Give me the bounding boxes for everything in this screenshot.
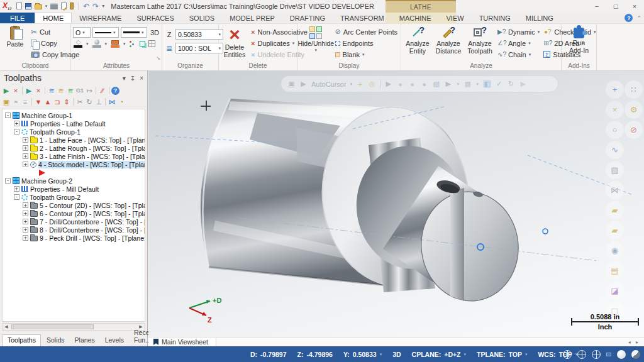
trim-icon[interactable]: ✂ <box>75 97 84 106</box>
tree-expander[interactable]: + <box>23 153 28 159</box>
stock-display-icon[interactable]: ◔ <box>117 97 126 106</box>
disable-button[interactable]: ⊘ <box>625 121 643 139</box>
select-solid-icon[interactable]: ▶ <box>444 80 452 88</box>
plane-select-icon[interactable]: ◧ <box>483 80 491 88</box>
panel-tab[interactable]: Solids <box>42 335 69 346</box>
tree-expander[interactable]: + <box>23 227 28 233</box>
autocursor-caret-icon[interactable]: ▾ <box>350 82 353 87</box>
redo-icon[interactable]: ↷ <box>92 3 99 10</box>
point-style-combo[interactable]: O▾ <box>73 27 91 38</box>
ribbon-tab[interactable]: TURNING <box>472 13 518 23</box>
tree-expander[interactable]: + <box>23 145 28 151</box>
analyze-distance-button[interactable]: ? Analyze Distance <box>433 25 464 62</box>
autocursor-label[interactable]: AutoCursor <box>311 80 347 88</box>
tree-expander[interactable]: + <box>23 211 28 216</box>
settings-button[interactable]: ⚙ <box>625 101 643 119</box>
grid-select-icon[interactable]: ▦ <box>464 80 472 88</box>
mirror-button[interactable]: ⋈ <box>606 181 624 199</box>
status-field[interactable]: Y: 0.50833 ▾ <box>343 351 382 358</box>
undo-icon[interactable]: ↶ <box>83 3 89 10</box>
selection-icon[interactable]: ▾ <box>475 82 479 87</box>
tree-item[interactable]: + 2 - Lathe Rough - [WCS: Top] - [Tplane… <box>3 144 145 152</box>
wireframe-shaded-globe-icon[interactable] <box>592 350 601 359</box>
tree-expander[interactable]: - <box>14 194 19 200</box>
3d-toggle[interactable]: 3D <box>150 29 159 36</box>
analyze-toolpath-button[interactable]: ? Analyze Toolpath <box>465 25 495 62</box>
qat-customize-icon[interactable]: ▾ <box>102 3 104 10</box>
sphere-select-icon[interactable]: ● <box>396 80 404 88</box>
close-button[interactable]: × <box>625 0 644 13</box>
line-width-combo[interactable]: ▾ <box>121 27 147 38</box>
tree-expander[interactable]: + <box>23 219 28 224</box>
restore-button[interactable]: □ <box>606 0 625 13</box>
cube-button[interactable]: ▧ <box>606 161 624 179</box>
unselect-all-icon[interactable]: × <box>11 86 20 95</box>
backplot-icon[interactable]: ↦ <box>85 86 94 95</box>
tree-expander[interactable]: + <box>23 137 28 143</box>
tree-item[interactable]: - Toolpath Group-2 <box>3 193 145 201</box>
g1-code-icon[interactable]: G1 <box>75 86 84 95</box>
tree-expander[interactable]: - <box>14 129 19 134</box>
regenerate-selected-icon[interactable]: ≋ <box>57 86 65 95</box>
scroll-left-icon[interactable]: ◀ <box>3 324 10 329</box>
attributes-dialog-launcher-icon[interactable]: ↘ <box>156 55 160 61</box>
origin-snap-icon[interactable]: ◎ <box>368 80 376 88</box>
simulate-icon[interactable]: ∕∕ <box>98 86 107 95</box>
gnomon-lock-icon[interactable]: ▣ <box>287 80 296 88</box>
ribbon-tab[interactable]: VIEW <box>439 13 472 23</box>
dynamic-button[interactable]: ▶?Dynamic▾ <box>496 26 541 37</box>
panel-tab[interactable]: Levels <box>101 335 128 346</box>
viewsheet-nav-arrows[interactable]: ◂ ▸ <box>628 339 644 345</box>
tree-item[interactable] <box>3 168 145 177</box>
status-field[interactable]: 3D <box>392 351 401 358</box>
move-up-icon[interactable]: ▲ <box>43 97 52 106</box>
ribbon-tab[interactable]: HOME <box>35 13 72 23</box>
select-arrow-icon[interactable]: ▶ <box>384 80 392 88</box>
select-all-icon[interactable]: ▶ <box>2 86 11 95</box>
recalc-icon[interactable]: ↻ <box>85 97 94 106</box>
crosshair-button[interactable]: + <box>606 80 624 99</box>
delete-entities-button[interactable]: × Delete Entities <box>221 25 248 62</box>
camera-button[interactable]: ◉ <box>606 241 624 260</box>
ribbon-tab[interactable]: FILE <box>0 13 35 23</box>
tree-item[interactable]: + 3 - Lathe Finish - [WCS: Top] - [Tplan… <box>3 152 145 160</box>
lock-icon[interactable]: ▣ <box>2 97 11 106</box>
tree-item[interactable]: + 7 - Drill/Counterbore - [WCS: Top] - [… <box>3 217 145 226</box>
open-caret-icon[interactable]: ▾ <box>45 3 48 10</box>
status-field-caret-icon[interactable]: ▾ <box>525 352 528 357</box>
tree-item[interactable]: + 5 - Contour (2D) - [WCS: Top] - [Tplan… <box>3 201 145 209</box>
verify-icon[interactable]: ⋈ <box>108 97 116 106</box>
plane-square-button[interactable]: ◪ <box>606 282 624 300</box>
tool-bar-2-button[interactable]: ▰ <box>606 221 624 239</box>
edit-file-icon[interactable] <box>61 3 67 9</box>
arc-center-points-button[interactable]: ⊘Arc Center Points <box>334 26 399 37</box>
toolbar-icon[interactable] <box>31 98 32 106</box>
ribbon-tab[interactable]: SOLIDS <box>182 13 222 23</box>
translucent-sphere-icon[interactable] <box>631 350 640 359</box>
ribbon-tab[interactable]: WIREFRAME <box>72 13 129 23</box>
tree-expander[interactable]: + <box>23 202 28 208</box>
blank-button[interactable]: Blank▾ <box>334 49 399 60</box>
no-shade-sphere-icon[interactable] <box>617 350 626 359</box>
tree-item[interactable]: + Properties - Lathe Default <box>3 119 145 128</box>
help-button[interactable]: ? <box>625 14 633 22</box>
move-insert-icon[interactable]: ⊐ <box>53 97 62 106</box>
hidden-wireframe-globe-icon[interactable] <box>577 350 586 359</box>
tree-item[interactable]: - Toolpath Group-1 <box>3 128 145 136</box>
tree-item[interactable]: + 1 - Lathe Face - [WCS: Top] - [Tplane:… <box>3 136 145 144</box>
toggle-display-icon[interactable]: ≈ <box>11 97 20 106</box>
selection-cursor-icon[interactable]: ▶ <box>299 80 308 88</box>
panel-close-icon[interactable]: × <box>140 75 143 82</box>
status-field[interactable]: D: -0.79897 <box>250 351 287 358</box>
sphere-select-2-icon[interactable]: ● <box>408 80 416 88</box>
zip2go-icon[interactable] <box>70 3 74 9</box>
ribbon-tab[interactable]: MACHINE <box>392 13 439 23</box>
run-addin-button[interactable]: Run Add-In <box>564 25 594 62</box>
toolbar-icon[interactable] <box>22 87 23 94</box>
tool-bar-button[interactable]: ▰ <box>606 201 624 219</box>
wireframe-color-button[interactable] <box>73 40 83 48</box>
tree-item[interactable]: + 6 - Contour (2D) - [WCS: Top] - [Tplan… <box>3 209 145 217</box>
scroll-insert-icon[interactable]: ⇕ <box>62 97 71 106</box>
solid-cube-icon[interactable]: ▧ <box>432 80 440 88</box>
status-field-caret-icon[interactable]: ▾ <box>464 352 467 357</box>
